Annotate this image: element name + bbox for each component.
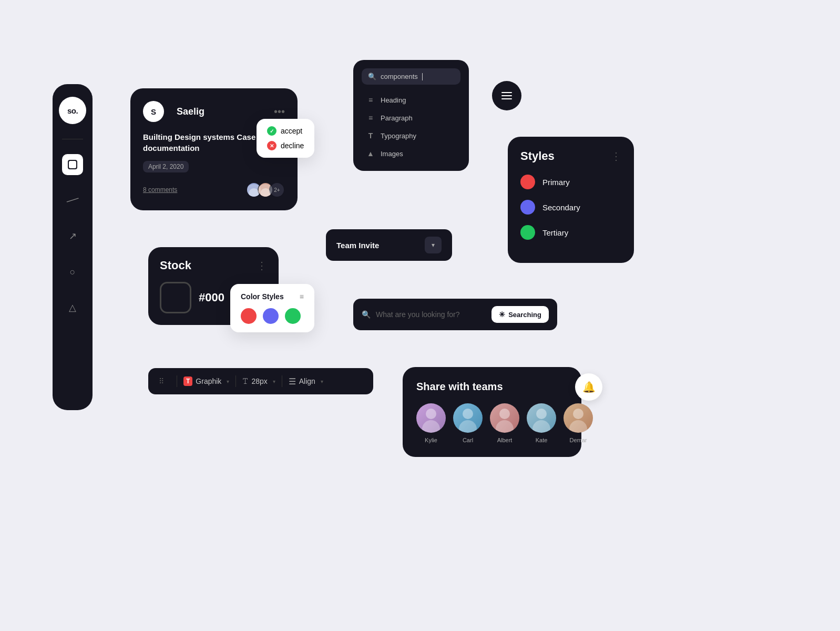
searching-button[interactable]: ✳ Searching	[491, 306, 549, 323]
arrow-icon: ↗	[69, 230, 77, 242]
styles-header: Styles ⋮	[520, 149, 621, 163]
primary-dot	[520, 175, 535, 189]
cs-dot-red[interactable]	[241, 308, 257, 324]
size-selector[interactable]: 𝚃 28px ▾	[242, 376, 275, 386]
search-input-row[interactable]: 🔍 components	[362, 68, 460, 85]
search-bar: 🔍 What are you looking for? ✳ Searching	[353, 299, 557, 330]
search-placeholder: What are you looking for?	[376, 310, 486, 319]
align-chevron-icon: ▾	[321, 379, 323, 384]
accept-button[interactable]: ✓ accept	[267, 126, 304, 136]
square-icon	[68, 160, 77, 169]
sidebar-divider	[62, 139, 83, 139]
sidebar: so. ╱ ↗ ○ △	[53, 84, 93, 410]
avatar-demar	[564, 403, 593, 433]
searching-label: Searching	[508, 311, 541, 319]
contributor-avatars: 2+	[246, 182, 285, 198]
stock-title: Stock	[160, 259, 191, 272]
style-tertiary: Tertiary	[520, 225, 621, 240]
primary-label: Primary	[542, 178, 570, 187]
x-icon: ✕	[270, 143, 274, 149]
accept-dot: ✓	[267, 126, 276, 136]
font-icon: T	[183, 376, 192, 386]
drag-handle-icon[interactable]: ⠿	[159, 377, 164, 385]
menu-item-heading[interactable]: ≡ Heading	[362, 91, 460, 109]
images-label: Images	[381, 150, 403, 158]
toolbar-sep-2	[235, 375, 236, 387]
name-kylie: Kylie	[425, 437, 437, 443]
team-invite-label: Team Invite	[336, 241, 379, 250]
menu-item-typography[interactable]: T Typography	[362, 127, 460, 145]
share-person-kylie: Kylie	[416, 403, 446, 443]
sidebar-item-square[interactable]	[62, 154, 83, 175]
share-person-carl: Carl	[453, 403, 483, 443]
align-selector[interactable]: ☰ Align ▾	[289, 376, 323, 386]
stock-code: #000	[199, 291, 224, 304]
team-invite-button[interactable]: Team Invite ▾	[326, 229, 452, 261]
images-icon: ▲	[366, 149, 375, 158]
hline-3	[501, 98, 512, 99]
loading-icon: ✳	[499, 310, 505, 319]
font-chevron-icon: ▾	[227, 379, 229, 384]
circle-icon: ○	[70, 267, 76, 278]
font-selector[interactable]: T Graphik ▾	[183, 376, 229, 386]
avatar-carl	[453, 403, 483, 433]
search-card: 🔍 components ≡ Heading ≡ Paragraph T Typ…	[353, 60, 469, 171]
tertiary-label: Tertiary	[542, 228, 568, 237]
cs-dot-green[interactable]	[285, 308, 301, 324]
sidebar-item-pen[interactable]: ╱	[62, 190, 83, 211]
card-footer: 8 comments 2+	[143, 182, 285, 198]
stock-header: Stock ⋮	[160, 259, 267, 272]
cs-header: Color Styles ≡	[241, 292, 304, 301]
decline-dot: ✕	[267, 141, 276, 150]
align-icon: ☰	[289, 376, 296, 386]
name-carl: Carl	[463, 437, 473, 443]
menu-item-paragraph[interactable]: ≡ Paragraph	[362, 109, 460, 127]
typography-label: Typography	[381, 132, 416, 140]
action-card: ✓ accept ✕ decline	[257, 119, 314, 158]
notification-button[interactable]: 🔔	[575, 373, 602, 401]
invite-dropdown-arrow: ▾	[425, 237, 442, 253]
sidebar-logo: so.	[59, 97, 86, 124]
share-people: Kylie Carl Albert Kate Demar	[416, 403, 568, 443]
styles-title: Styles	[520, 149, 555, 163]
search-cursor	[422, 73, 423, 80]
typography-icon: T	[366, 131, 375, 140]
toolbar: ⠿ T Graphik ▾ 𝚃 28px ▾ ☰ Align ▾	[148, 368, 373, 394]
style-secondary: Secondary	[520, 200, 621, 215]
avatar-albert	[490, 403, 519, 433]
stock-menu-button[interactable]: ⋮	[257, 259, 267, 272]
check-icon: ✓	[270, 128, 274, 134]
chevron-down-icon: ▾	[432, 241, 435, 249]
hline-2	[501, 95, 512, 96]
styles-menu-button[interactable]: ⋮	[611, 150, 621, 162]
triangle-icon: △	[69, 302, 76, 313]
hamburger-float-button[interactable]	[492, 81, 521, 110]
font-size: 28px	[251, 377, 267, 385]
sidebar-item-circle[interactable]: ○	[62, 261, 83, 282]
share-person-albert: Albert	[490, 403, 519, 443]
align-label: Align	[299, 377, 315, 385]
name-kate: Kate	[536, 437, 548, 443]
share-title: Share with teams	[416, 381, 568, 393]
accept-label: accept	[281, 127, 302, 135]
cs-dot-blue[interactable]	[263, 308, 279, 324]
pen-icon: ╱	[66, 194, 78, 206]
decline-label: decline	[281, 141, 304, 150]
bell-icon: 🔔	[582, 381, 596, 393]
search-bar-icon: 🔍	[362, 310, 371, 319]
sidebar-item-arrow[interactable]: ↗	[62, 226, 83, 247]
font-name: Graphik	[196, 377, 221, 385]
decline-button[interactable]: ✕ decline	[267, 141, 304, 150]
comments-link[interactable]: 8 comments	[143, 186, 177, 194]
avatar-kate	[527, 403, 556, 433]
secondary-label: Secondary	[542, 203, 580, 212]
stock-square	[160, 282, 191, 313]
menu-item-images[interactable]: ▲ Images	[362, 145, 460, 162]
cs-menu-icon[interactable]: ≡	[300, 292, 304, 301]
hline-1	[501, 92, 512, 93]
style-primary: Primary	[520, 175, 621, 189]
name-demar: Demar	[569, 437, 587, 443]
sidebar-item-triangle[interactable]: △	[62, 297, 83, 318]
cs-title: Color Styles	[241, 292, 284, 301]
project-menu-button[interactable]: •••	[274, 106, 285, 118]
